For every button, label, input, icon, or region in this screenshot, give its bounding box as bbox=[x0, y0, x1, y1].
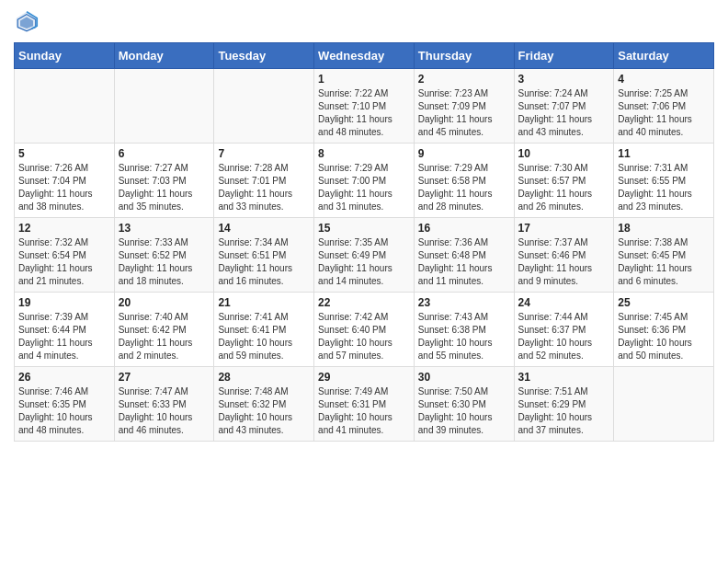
day-number: 10 bbox=[518, 147, 610, 160]
calendar-cell: 28Sunrise: 7:48 AM Sunset: 6:32 PM Dayli… bbox=[214, 367, 314, 442]
calendar-cell: 31Sunrise: 7:51 AM Sunset: 6:29 PM Dayli… bbox=[514, 367, 614, 442]
day-number: 7 bbox=[218, 147, 310, 160]
col-header-sunday: Sunday bbox=[15, 43, 115, 69]
calendar-cell: 10Sunrise: 7:30 AM Sunset: 6:57 PM Dayli… bbox=[514, 144, 614, 218]
cell-info: Sunrise: 7:43 AM Sunset: 6:38 PM Dayligh… bbox=[418, 311, 510, 362]
cell-info: Sunrise: 7:37 AM Sunset: 6:46 PM Dayligh… bbox=[518, 236, 610, 288]
calendar-cell: 5Sunrise: 7:26 AM Sunset: 7:04 PM Daylig… bbox=[15, 144, 115, 218]
cell-info: Sunrise: 7:29 AM Sunset: 6:58 PM Dayligh… bbox=[418, 162, 510, 213]
calendar-cell bbox=[114, 69, 214, 144]
calendar-cell: 8Sunrise: 7:29 AM Sunset: 7:00 PM Daylig… bbox=[314, 144, 415, 218]
cell-info: Sunrise: 7:49 AM Sunset: 6:31 PM Dayligh… bbox=[318, 385, 410, 437]
calendar-cell bbox=[614, 367, 714, 442]
cell-info: Sunrise: 7:29 AM Sunset: 7:00 PM Dayligh… bbox=[318, 162, 410, 213]
cell-info: Sunrise: 7:30 AM Sunset: 6:57 PM Dayligh… bbox=[518, 162, 610, 213]
cell-info: Sunrise: 7:45 AM Sunset: 6:36 PM Dayligh… bbox=[618, 311, 710, 362]
calendar-cell: 3Sunrise: 7:24 AM Sunset: 7:07 PM Daylig… bbox=[514, 69, 614, 144]
day-number: 16 bbox=[418, 222, 510, 235]
calendar-cell: 14Sunrise: 7:34 AM Sunset: 6:51 PM Dayli… bbox=[214, 218, 314, 293]
cell-info: Sunrise: 7:44 AM Sunset: 6:37 PM Dayligh… bbox=[518, 311, 610, 362]
day-number: 11 bbox=[618, 147, 710, 160]
cell-info: Sunrise: 7:35 AM Sunset: 6:49 PM Dayligh… bbox=[318, 236, 410, 288]
cell-info: Sunrise: 7:34 AM Sunset: 6:51 PM Dayligh… bbox=[218, 236, 310, 288]
day-number: 9 bbox=[418, 147, 510, 160]
calendar-cell: 27Sunrise: 7:47 AM Sunset: 6:33 PM Dayli… bbox=[114, 367, 214, 442]
day-number: 24 bbox=[518, 296, 610, 309]
day-number: 18 bbox=[618, 222, 710, 235]
cell-info: Sunrise: 7:23 AM Sunset: 7:09 PM Dayligh… bbox=[418, 87, 510, 139]
day-number: 20 bbox=[119, 296, 210, 309]
cell-info: Sunrise: 7:27 AM Sunset: 7:03 PM Dayligh… bbox=[119, 162, 210, 213]
calendar-cell: 29Sunrise: 7:49 AM Sunset: 6:31 PM Dayli… bbox=[314, 367, 415, 442]
calendar-cell: 1Sunrise: 7:22 AM Sunset: 7:10 PM Daylig… bbox=[314, 69, 415, 144]
col-header-tuesday: Tuesday bbox=[214, 43, 314, 69]
day-number: 17 bbox=[518, 222, 610, 235]
calendar-cell: 7Sunrise: 7:28 AM Sunset: 7:01 PM Daylig… bbox=[214, 144, 314, 218]
col-header-thursday: Thursday bbox=[414, 43, 514, 69]
day-number: 29 bbox=[318, 371, 410, 384]
day-number: 14 bbox=[218, 222, 310, 235]
cell-info: Sunrise: 7:41 AM Sunset: 6:41 PM Dayligh… bbox=[218, 311, 310, 362]
page-container: SundayMondayTuesdayWednesdayThursdayFrid… bbox=[0, 0, 728, 451]
cell-info: Sunrise: 7:42 AM Sunset: 6:40 PM Dayligh… bbox=[318, 311, 410, 362]
calendar-cell: 16Sunrise: 7:36 AM Sunset: 6:48 PM Dayli… bbox=[414, 218, 514, 293]
week-row-4: 19Sunrise: 7:39 AM Sunset: 6:44 PM Dayli… bbox=[15, 293, 714, 367]
cell-info: Sunrise: 7:25 AM Sunset: 7:06 PM Dayligh… bbox=[618, 87, 710, 139]
cell-info: Sunrise: 7:51 AM Sunset: 6:29 PM Dayligh… bbox=[518, 385, 610, 437]
cell-info: Sunrise: 7:38 AM Sunset: 6:45 PM Dayligh… bbox=[618, 236, 710, 288]
col-header-monday: Monday bbox=[114, 43, 214, 69]
calendar-cell: 11Sunrise: 7:31 AM Sunset: 6:55 PM Dayli… bbox=[614, 144, 714, 218]
calendar-cell bbox=[214, 69, 314, 144]
day-number: 8 bbox=[318, 147, 410, 160]
calendar-cell: 23Sunrise: 7:43 AM Sunset: 6:38 PM Dayli… bbox=[414, 293, 514, 367]
calendar-cell: 30Sunrise: 7:50 AM Sunset: 6:30 PM Dayli… bbox=[414, 367, 514, 442]
calendar-cell: 19Sunrise: 7:39 AM Sunset: 6:44 PM Dayli… bbox=[15, 293, 115, 367]
calendar-table: SundayMondayTuesdayWednesdayThursdayFrid… bbox=[14, 42, 714, 442]
logo-icon bbox=[14, 9, 40, 35]
week-row-5: 26Sunrise: 7:46 AM Sunset: 6:35 PM Dayli… bbox=[15, 367, 714, 442]
week-row-3: 12Sunrise: 7:32 AM Sunset: 6:54 PM Dayli… bbox=[15, 218, 714, 293]
calendar-cell bbox=[15, 69, 115, 144]
week-row-1: 1Sunrise: 7:22 AM Sunset: 7:10 PM Daylig… bbox=[15, 69, 714, 144]
header-row: SundayMondayTuesdayWednesdayThursdayFrid… bbox=[15, 43, 714, 69]
cell-info: Sunrise: 7:39 AM Sunset: 6:44 PM Dayligh… bbox=[18, 311, 110, 362]
calendar-cell: 21Sunrise: 7:41 AM Sunset: 6:41 PM Dayli… bbox=[214, 293, 314, 367]
week-row-2: 5Sunrise: 7:26 AM Sunset: 7:04 PM Daylig… bbox=[15, 144, 714, 218]
cell-info: Sunrise: 7:24 AM Sunset: 7:07 PM Dayligh… bbox=[518, 87, 610, 139]
cell-info: Sunrise: 7:26 AM Sunset: 7:04 PM Dayligh… bbox=[18, 162, 110, 213]
cell-info: Sunrise: 7:46 AM Sunset: 6:35 PM Dayligh… bbox=[18, 385, 110, 437]
day-number: 6 bbox=[119, 147, 210, 160]
day-number: 23 bbox=[418, 296, 510, 309]
day-number: 5 bbox=[18, 147, 110, 160]
day-number: 25 bbox=[618, 296, 710, 309]
day-number: 31 bbox=[518, 371, 610, 384]
day-number: 12 bbox=[18, 222, 110, 235]
calendar-cell: 15Sunrise: 7:35 AM Sunset: 6:49 PM Dayli… bbox=[314, 218, 415, 293]
cell-info: Sunrise: 7:47 AM Sunset: 6:33 PM Dayligh… bbox=[119, 385, 210, 437]
cell-info: Sunrise: 7:22 AM Sunset: 7:10 PM Dayligh… bbox=[318, 87, 410, 139]
day-number: 21 bbox=[218, 296, 310, 309]
day-number: 3 bbox=[518, 73, 610, 86]
cell-info: Sunrise: 7:31 AM Sunset: 6:55 PM Dayligh… bbox=[618, 162, 710, 213]
calendar-cell: 9Sunrise: 7:29 AM Sunset: 6:58 PM Daylig… bbox=[414, 144, 514, 218]
day-number: 2 bbox=[418, 73, 510, 86]
calendar-cell: 13Sunrise: 7:33 AM Sunset: 6:52 PM Dayli… bbox=[114, 218, 214, 293]
cell-info: Sunrise: 7:28 AM Sunset: 7:01 PM Dayligh… bbox=[218, 162, 310, 213]
day-number: 30 bbox=[418, 371, 510, 384]
calendar-cell: 6Sunrise: 7:27 AM Sunset: 7:03 PM Daylig… bbox=[114, 144, 214, 218]
logo bbox=[14, 9, 43, 35]
day-number: 22 bbox=[318, 296, 410, 309]
calendar-cell: 25Sunrise: 7:45 AM Sunset: 6:36 PM Dayli… bbox=[614, 293, 714, 367]
cell-info: Sunrise: 7:50 AM Sunset: 6:30 PM Dayligh… bbox=[418, 385, 510, 437]
col-header-saturday: Saturday bbox=[614, 43, 714, 69]
cell-info: Sunrise: 7:40 AM Sunset: 6:42 PM Dayligh… bbox=[119, 311, 210, 362]
calendar-cell: 2Sunrise: 7:23 AM Sunset: 7:09 PM Daylig… bbox=[414, 69, 514, 144]
calendar-cell: 4Sunrise: 7:25 AM Sunset: 7:06 PM Daylig… bbox=[614, 69, 714, 144]
day-number: 1 bbox=[318, 73, 410, 86]
col-header-friday: Friday bbox=[514, 43, 614, 69]
calendar-cell: 12Sunrise: 7:32 AM Sunset: 6:54 PM Dayli… bbox=[15, 218, 115, 293]
calendar-cell: 20Sunrise: 7:40 AM Sunset: 6:42 PM Dayli… bbox=[114, 293, 214, 367]
day-number: 15 bbox=[318, 222, 410, 235]
calendar-cell: 26Sunrise: 7:46 AM Sunset: 6:35 PM Dayli… bbox=[15, 367, 115, 442]
cell-info: Sunrise: 7:33 AM Sunset: 6:52 PM Dayligh… bbox=[119, 236, 210, 288]
